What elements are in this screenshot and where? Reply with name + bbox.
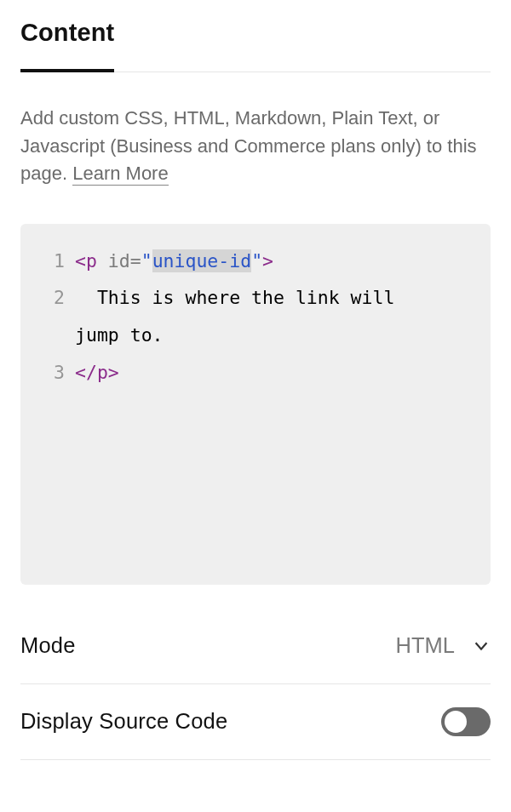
learn-more-link[interactable]: Learn More [72,163,169,186]
tabs: Content [20,19,491,72]
tab-content[interactable]: Content [20,19,114,72]
code-line: 2 This is where the link will [36,279,475,317]
code-text: <p id="unique-id"> [65,243,475,280]
toggle-knob [445,711,467,733]
display-source-label: Display Source Code [20,709,227,734]
code-line: 1 <p id="unique-id"> [36,243,475,280]
code-editor[interactable]: 1 <p id="unique-id"> 2 This is where the… [20,224,491,585]
code-text: This is where the link will [65,279,475,317]
code-text: </p> [65,354,475,392]
code-text: jump to. [36,317,475,354]
mode-value: HTML [396,633,455,658]
line-number: 2 [36,279,65,317]
mode-row: Mode HTML [20,609,491,684]
mode-label: Mode [20,633,76,658]
display-source-row: Display Source Code [20,684,491,760]
code-line: 3 </p> [36,354,475,392]
line-number: 3 [36,354,65,392]
display-source-toggle[interactable] [441,707,491,736]
mode-select[interactable]: HTML [396,633,491,658]
line-number: 1 [36,243,65,280]
chevron-down-icon [472,637,491,655]
description-text: Add custom CSS, HTML, Markdown, Plain Te… [20,105,480,188]
